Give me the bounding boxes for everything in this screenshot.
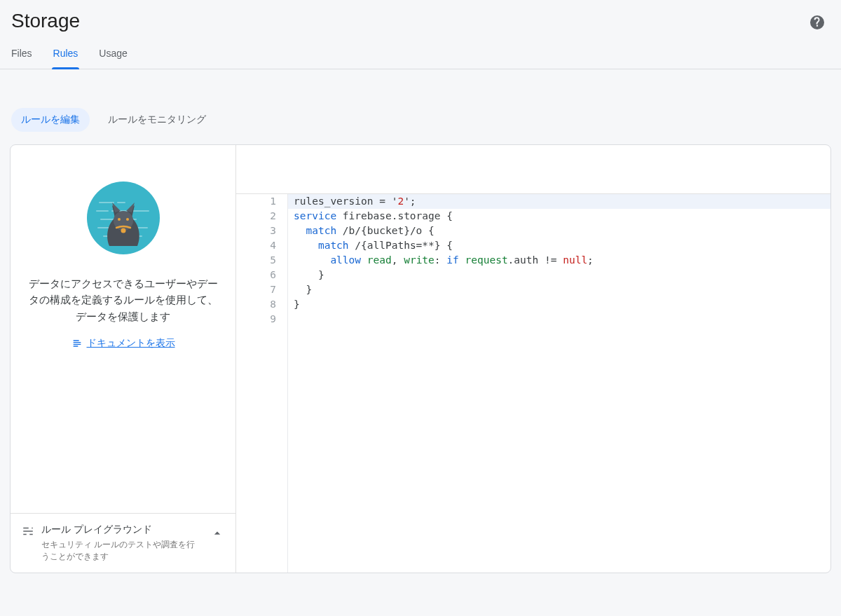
playground-title: ルール プレイグラウンド [41, 523, 203, 536]
tab-rules[interactable]: Rules [53, 48, 78, 69]
playground-text: ルール プレイグラウンド セキュリティ ルールのテストや調査を行うことができます [41, 523, 203, 563]
rules-playground-toggle[interactable]: ルール プレイグラウンド セキュリティ ルールのテストや調査を行うことができます [11, 513, 235, 573]
doc-icon [71, 338, 83, 349]
playground-subtitle: セキュリティ ルールのテストや調査を行うことができます [41, 539, 203, 563]
sidebar-info: データにアクセスできるユーザーやデータの構成を定義するルールを使用して、データを… [11, 145, 235, 513]
doc-link-label: ドキュメントを表示 [87, 337, 175, 350]
svg-point-16 [118, 218, 121, 221]
code-content[interactable]: rules_version = '2'; service firebase.st… [288, 194, 830, 573]
subtab-monitor-rules[interactable]: ルールをモニタリング [98, 108, 216, 132]
code-editor: 123456789 rules_version = '2'; service f… [236, 145, 830, 573]
tabs: Files Rules Usage [0, 32, 841, 69]
svg-point-17 [126, 218, 129, 221]
subtabs: ルールを編集 ルールをモニタリング [0, 69, 841, 144]
subtab-edit-rules[interactable]: ルールを編集 [11, 108, 90, 132]
code-area[interactable]: 123456789 rules_version = '2'; service f… [236, 194, 830, 573]
tab-usage[interactable]: Usage [99, 48, 127, 69]
mascot-illustration [87, 182, 160, 254]
chevron-up-icon [210, 526, 224, 540]
sidebar-description: データにアクセスできるユーザーやデータの構成を定義するルールを使用して、データを… [26, 275, 220, 324]
main-panel: データにアクセスできるユーザーやデータの構成を定義するルールを使用して、データを… [10, 144, 831, 573]
editor-toolbar [236, 145, 830, 194]
svg-point-18 [121, 228, 125, 233]
page-title: Storage [11, 10, 830, 32]
line-gutter: 123456789 [236, 194, 288, 573]
page-header: Storage [0, 0, 841, 32]
sidebar: データにアクセスできるユーザーやデータの構成を定義するルールを使用して、データを… [11, 145, 236, 573]
tune-icon [22, 525, 34, 538]
doc-link[interactable]: ドキュメントを表示 [71, 337, 175, 350]
tab-files[interactable]: Files [11, 48, 32, 69]
help-icon[interactable] [809, 14, 826, 31]
